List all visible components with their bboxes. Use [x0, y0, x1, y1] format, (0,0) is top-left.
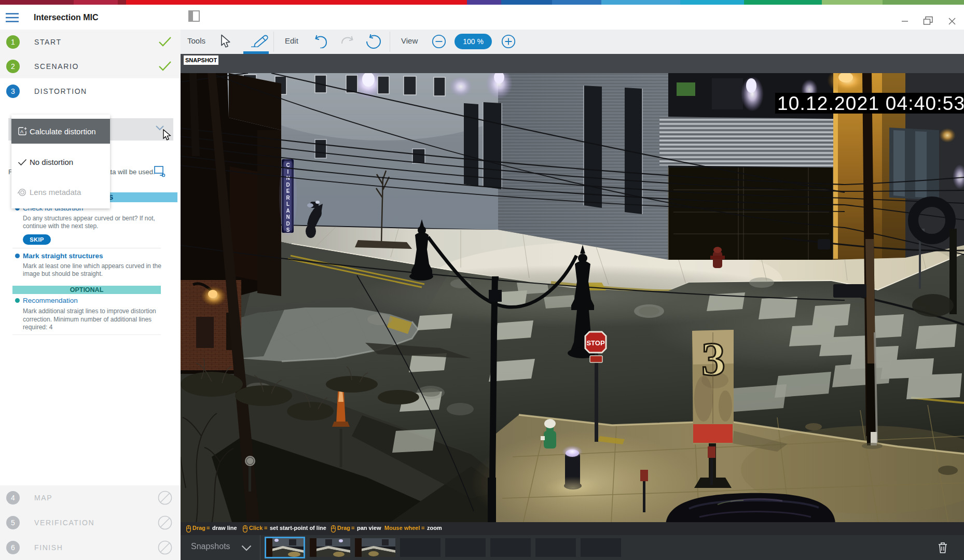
svg-text:STOP: STOP — [586, 339, 604, 347]
svg-text:3: 3 — [701, 332, 725, 385]
svg-text:A: A — [20, 129, 23, 134]
svg-text:10.12.2021 04:40:53: 10.12.2021 04:40:53 — [777, 93, 964, 114]
